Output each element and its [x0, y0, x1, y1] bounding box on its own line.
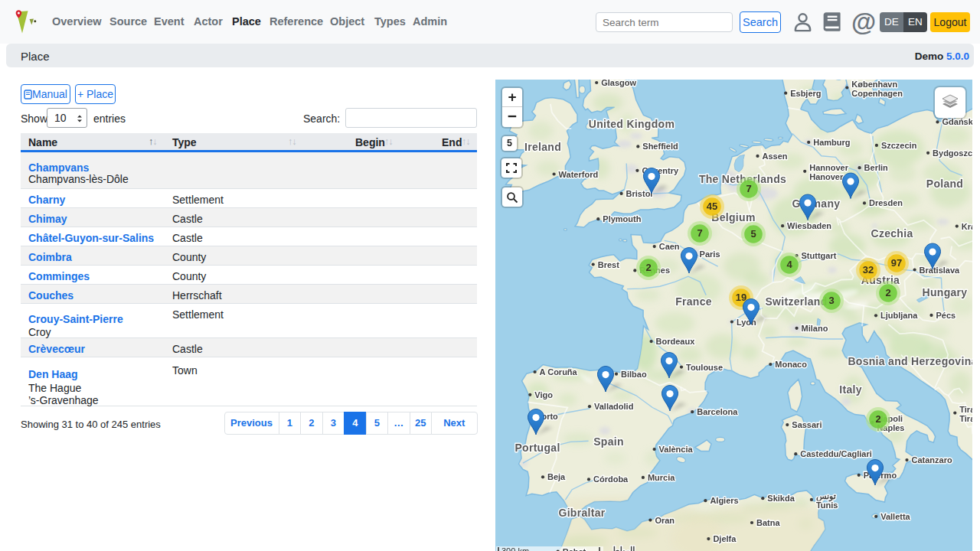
svg-text:Córdoba: Córdoba [593, 474, 629, 484]
svg-text:Pécs: Pécs [936, 311, 956, 320]
svg-text:Algiers: Algiers [710, 496, 738, 505]
svg-text:Monaco: Monaco [775, 360, 807, 369]
svg-text:Tirana: Tirana [959, 405, 972, 414]
svg-text:Sheffield: Sheffield [642, 142, 678, 151]
svg-text:Hungary: Hungary [923, 286, 968, 298]
svg-text:Copenhagen: Copenhagen [851, 89, 903, 98]
svg-text:Hamburg: Hamburg [813, 138, 850, 147]
svg-text:Bilbao: Bilbao [621, 370, 647, 379]
svg-text:2: 2 [875, 413, 880, 425]
svg-text:Bosnia and Herzegovina: Bosnia and Herzegovina [848, 355, 972, 367]
svg-text:Casteddu/Cagliari: Casteddu/Cagliari [800, 449, 872, 458]
svg-text:France: France [675, 295, 712, 308]
svg-text:Stuttgart: Stuttgart [802, 251, 837, 260]
svg-text:Bratislava: Bratislava [920, 266, 960, 275]
svg-text:Ljubljana: Ljubljana [880, 311, 918, 320]
svg-text:Barcelona: Barcelona [697, 407, 738, 416]
svg-text:7: 7 [697, 227, 702, 239]
svg-text:Switzerland: Switzerland [765, 295, 827, 308]
svg-text:45: 45 [707, 201, 717, 212]
svg-text:Italy: Italy [839, 383, 862, 396]
svg-text:Tirana: Tirana [959, 414, 972, 423]
svg-text:València: València [659, 445, 694, 454]
svg-text:Bristol: Bristol [626, 189, 653, 198]
svg-text:Assen: Assen [763, 152, 788, 161]
svg-text:Brest: Brest [598, 260, 619, 269]
svg-text:Murcia: Murcia [648, 473, 675, 482]
svg-text:Oran: Oran [655, 516, 675, 525]
svg-text:32: 32 [863, 264, 874, 276]
svg-text:4: 4 [786, 259, 792, 270]
svg-text:Germany: Germany [792, 197, 841, 210]
svg-text:2: 2 [645, 262, 651, 273]
svg-text:97: 97 [891, 257, 902, 269]
svg-text:Toulouse: Toulouse [686, 363, 723, 372]
svg-text:Portugal: Portugal [514, 442, 560, 454]
svg-text:Glasgow: Glasgow [601, 80, 636, 87]
svg-text:Dresden: Dresden [869, 198, 903, 207]
svg-text:Berlin: Berlin [864, 163, 888, 172]
svg-text:Catanzaro: Catanzaro [912, 455, 952, 465]
svg-text:Bydgoszcz: Bydgoszcz [933, 148, 972, 158]
svg-text:Valladolid: Valladolid [594, 402, 633, 411]
svg-text:2: 2 [885, 287, 890, 298]
svg-text:Paris: Paris [700, 249, 720, 259]
svg-text:Rabat: Rabat [563, 547, 586, 551]
svg-text:Caen: Caen [659, 242, 680, 251]
svg-text:Waterford: Waterford [559, 170, 599, 179]
svg-text:Szczecin: Szczecin [881, 141, 917, 150]
svg-text:Czechia: Czechia [871, 227, 913, 240]
svg-text:Valletta: Valletta [880, 512, 910, 521]
svg-text:3: 3 [828, 295, 834, 306]
svg-text:Kraków: Kraków [962, 222, 972, 231]
svg-text:Djelfa: Djelfa [713, 534, 737, 543]
svg-text:Wiesbaden: Wiesbaden [787, 221, 831, 230]
svg-text:الرباط: الرباط [612, 546, 635, 551]
svg-text:Vigo: Vigo [534, 390, 553, 399]
svg-text:Plymouth: Plymouth [603, 214, 641, 223]
svg-text:5: 5 [750, 228, 756, 240]
svg-text:Beja: Beja [547, 472, 566, 481]
svg-text:Tunis: Tunis [816, 500, 838, 510]
svg-text:Hannover: Hannover [809, 163, 848, 172]
svg-text:Hanover: Hanover [809, 172, 844, 181]
svg-text:Batna: Batna [756, 518, 780, 527]
svg-text:Gibraltar: Gibraltar [558, 507, 605, 519]
svg-text:7: 7 [746, 183, 751, 194]
svg-text:Esbjerg: Esbjerg [790, 89, 821, 98]
svg-text:Poland: Poland [926, 178, 963, 190]
svg-text:Bordeaux: Bordeaux [656, 337, 696, 346]
svg-text:Gdańsk: Gdańsk [942, 117, 973, 126]
svg-text:300 km: 300 km [501, 546, 529, 551]
svg-text:Skikda: Skikda [767, 494, 795, 503]
svg-text:Milano: Milano [802, 324, 828, 333]
svg-text:A Coruña: A Coruña [540, 367, 578, 377]
svg-text:United Kingdom: United Kingdom [589, 118, 675, 130]
svg-text:Sassari: Sassari [792, 420, 822, 429]
svg-text:København: København [851, 80, 897, 89]
svg-text:Spain: Spain [593, 435, 624, 448]
svg-text:Ireland: Ireland [524, 141, 561, 153]
